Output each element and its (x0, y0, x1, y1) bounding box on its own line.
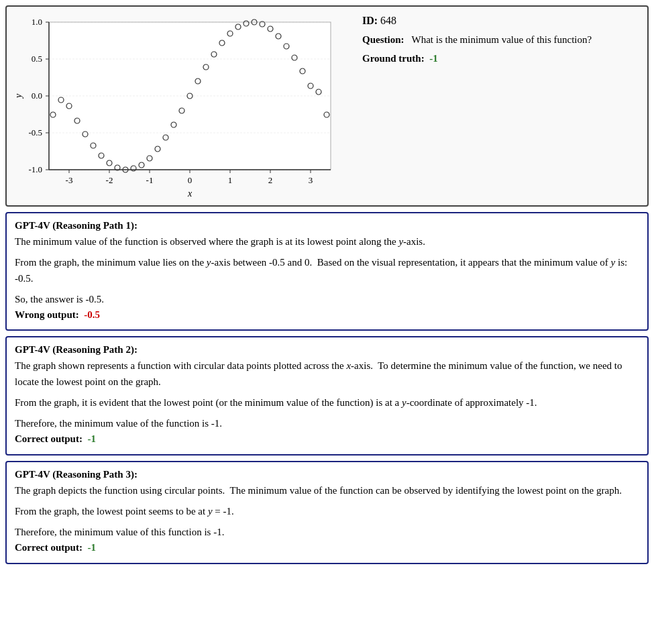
question-label: Question: (362, 34, 404, 45)
reasoning-body-1: The minimum value of the function is obs… (15, 234, 639, 323)
reasoning-title-2: GPT-4V (Reasoning Path 2): (15, 344, 639, 356)
reasoning-3-p1: The graph depicts the function using cir… (15, 483, 639, 498)
y-axis-label: y (13, 93, 23, 99)
reasoning-3-p2: From the graph, the lowest point seems t… (15, 504, 639, 519)
reasoning-1-p1: The minimum value of the function is obs… (15, 234, 639, 250)
x-tick-4: 0 (188, 175, 193, 185)
y-tick-4: -0.5 (28, 127, 42, 138)
reasoning-title-1: GPT-4V (Reasoning Path 1): (15, 220, 639, 231)
chart-svg: 1.0 0.5 0.0 -0.5 -1.0 -3 (12, 12, 354, 200)
reasoning-2-p3: Therefore, the minimum value of the func… (15, 416, 639, 447)
x-axis-label: x (187, 189, 193, 199)
reasoning-body-2: The graph shown represents a function wi… (15, 358, 639, 447)
info-question: Question: What is the minimum value of t… (362, 32, 642, 48)
x-tick-3: -1 (146, 175, 154, 185)
y-tick-5: -1.0 (28, 164, 42, 174)
chart-area: 1.0 0.5 0.0 -0.5 -1.0 -3 (12, 12, 354, 200)
x-tick-6: 2 (268, 175, 273, 185)
id-value: 648 (380, 15, 396, 26)
y-tick-3: 0.0 (32, 91, 42, 101)
reasoning-2-p2: From the graph, it is evident that the l… (15, 395, 639, 411)
main-container: 1.0 0.5 0.0 -0.5 -1.0 -3 (5, 5, 649, 564)
reasoning-panel-2: GPT-4V (Reasoning Path 2): The graph sho… (5, 336, 649, 455)
reasoning-title-3: GPT-4V (Reasoning Path 3): (15, 469, 639, 480)
correct-output-label-3: Correct output: (15, 542, 83, 553)
reasoning-1-p2: From the graph, the minimum value lies o… (15, 255, 639, 286)
x-tick-2: -2 (106, 175, 113, 185)
x-tick-5: 1 (228, 175, 233, 185)
info-truth: Ground truth: -1 (362, 53, 642, 64)
wrong-output-value: -0.5 (84, 309, 100, 320)
x-tick-1: -3 (66, 175, 73, 185)
y-tick-2: 0.5 (32, 54, 42, 64)
correct-output-value-3: -1 (87, 542, 96, 553)
truth-value: -1 (429, 53, 438, 64)
truth-label: Ground truth: (362, 53, 425, 64)
wrong-output-label: Wrong output: (15, 309, 79, 320)
reasoning-2-p1: The graph shown represents a function wi… (15, 358, 639, 390)
info-id: ID: 648 (362, 15, 642, 27)
question-text: What is the minimum value of this functi… (412, 34, 592, 45)
y-tick-1: 1.0 (32, 17, 42, 27)
reasoning-body-3: The graph depicts the function using cir… (15, 483, 639, 556)
x-tick-7: 3 (309, 175, 313, 185)
id-label: ID: (362, 15, 378, 26)
reasoning-3-p3: Therefore, the minimum value of this fun… (15, 525, 639, 556)
reasoning-panel-1: GPT-4V (Reasoning Path 1): The minimum v… (5, 212, 649, 331)
top-panel: 1.0 0.5 0.0 -0.5 -1.0 -3 (5, 5, 649, 207)
reasoning-panel-3: GPT-4V (Reasoning Path 3): The graph dep… (5, 461, 649, 564)
reasoning-1-p3: So, the answer is -0.5. Wrong output: -0… (15, 292, 639, 323)
correct-output-label-2: Correct output: (15, 433, 83, 444)
info-area: ID: 648 Question: What is the minimum va… (362, 12, 642, 200)
correct-output-value-2: -1 (87, 433, 96, 444)
